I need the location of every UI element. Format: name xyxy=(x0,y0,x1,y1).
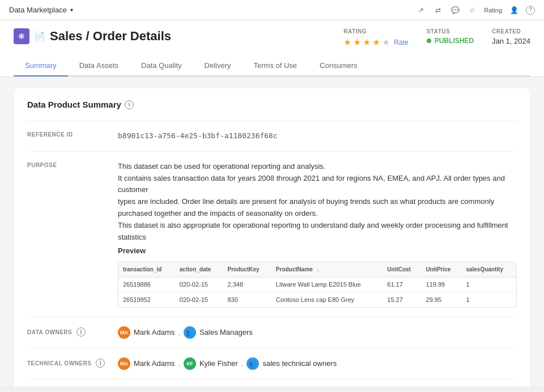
purpose-text2: It contains sales transaction data for y… xyxy=(118,173,517,197)
reference-id-label: REFERENCE ID xyxy=(27,130,118,138)
card-info-icon: i xyxy=(125,100,134,109)
cell-sales-quantity: 1 xyxy=(461,292,516,307)
cell-product-key: 2,348 xyxy=(223,278,271,293)
owner-name-mark-adams: Mark Adams xyxy=(134,327,175,339)
star-4: ★ xyxy=(372,37,380,48)
rating-label: Rating xyxy=(484,7,502,14)
data-owners-row: DATA OWNERS i MA Mark Adams , 👥 Sales Ma… xyxy=(27,317,517,348)
cell-unit-price: 119.99 xyxy=(422,278,462,293)
status-label: STATUS xyxy=(427,28,474,35)
tab-delivery[interactable]: Delivery xyxy=(193,56,243,76)
col-product-name: ProductName ↕ xyxy=(271,262,382,278)
reference-id-value: b8901c13-a756-4e25-b3bf-a1180236f68c xyxy=(118,130,517,142)
share-icon[interactable]: ↗ xyxy=(416,5,426,15)
col-unit-cost: UnitCost xyxy=(382,262,421,278)
tech-owner-kylie-fisher: Kylie Fisher xyxy=(199,358,238,370)
avatar-sales-managers: 👥 xyxy=(184,326,196,339)
avatar-kylie-fisher: KF xyxy=(184,357,196,370)
tab-consumers[interactable]: Consumers xyxy=(308,56,368,76)
avatar-mark-adams: MA xyxy=(118,326,130,339)
preview-table: transaction_id action_date ProductKey Pr… xyxy=(118,262,517,308)
cell-action-date: 020-02-15 xyxy=(175,278,223,293)
header-top: ❋ 📄 Sales / Order Details RATING ★ ★ ★ ★… xyxy=(14,28,530,48)
technical-owners-label: TECHNICAL OWNERS i xyxy=(27,357,118,368)
comment-icon[interactable]: 💬 xyxy=(450,5,460,15)
col-product-key: ProductKey xyxy=(223,262,271,278)
avatar-tech-mark-adams: MA xyxy=(118,357,130,370)
rating-block: RATING ★ ★ ★ ★ ★ Rate xyxy=(343,28,408,48)
title-icon: ❋ xyxy=(14,28,29,44)
app-name: Data Marketplace xyxy=(9,6,67,14)
tabs: Summary Data Assets Data Quality Deliver… xyxy=(14,56,530,76)
created-label: CREATED xyxy=(492,28,530,35)
status-block: STATUS PUBLISHED xyxy=(427,28,474,45)
purpose-text1: This dataset can be used for operational… xyxy=(118,161,517,173)
top-bar: Data Marketplace ▾ ↗ ⇄ 💬 ☆ Rating 👤 ? xyxy=(0,0,544,20)
technical-owners-info-icon: i xyxy=(96,359,105,368)
breadcrumb-icon: 📄 xyxy=(34,31,45,42)
cell-product-name: Contoso Lens cap E80 Grey xyxy=(271,292,382,307)
owner-name-sales-managers: Sales Managers xyxy=(199,327,253,339)
created-value: Jan 1, 2024 xyxy=(492,37,530,45)
cell-unit-price: 29.95 xyxy=(422,292,462,307)
cell-unit-cost: 61.17 xyxy=(382,278,421,293)
user-icon[interactable]: 👤 xyxy=(509,5,519,15)
cell-product-name: Litware Wall Lamp E2015 Blue xyxy=(271,278,382,293)
cell-unit-cost: 15.27 xyxy=(382,292,421,307)
rating-label: RATING xyxy=(343,28,408,35)
col-transaction-id: transaction_id xyxy=(118,262,175,278)
status-dot xyxy=(427,39,431,43)
tab-data-assets[interactable]: Data Assets xyxy=(68,56,130,76)
table-row: 26519952 020-02-15 830 Contoso Lens cap … xyxy=(118,292,516,307)
status-value: PUBLISHED xyxy=(435,37,474,45)
tab-summary[interactable]: Summary xyxy=(14,56,68,76)
tab-data-quality[interactable]: Data Quality xyxy=(130,56,193,76)
data-owners-label: DATA OWNERS i xyxy=(27,326,118,336)
preview-label: Preview xyxy=(118,245,517,257)
star-3: ★ xyxy=(363,37,371,48)
tech-owner-group: sales technical owners xyxy=(262,358,337,370)
share2-icon[interactable]: ⇄ xyxy=(433,5,443,15)
col-sales-quantity: salesQuantity xyxy=(461,262,516,278)
rating-stars: ★ ★ ★ ★ ★ Rate xyxy=(343,37,408,48)
title-icon-symbol: ❋ xyxy=(18,32,25,41)
header-meta: RATING ★ ★ ★ ★ ★ Rate STATUS PUBLISHED xyxy=(343,28,530,48)
summary-card: Data Product Summary i REFERENCE ID b890… xyxy=(14,88,530,386)
technical-owners-row: TECHNICAL OWNERS i MA Mark Adams , KF Ky… xyxy=(27,348,517,379)
title-row: ❋ 📄 Sales / Order Details xyxy=(14,28,171,44)
purpose-row: PURPOSE This dataset can be used for ope… xyxy=(27,151,517,317)
technical-owner-row: MA Mark Adams , KF Kylie Fisher , 👥 sale… xyxy=(118,357,517,370)
tab-terms-of-use[interactable]: Terms of Use xyxy=(243,56,309,76)
purpose-text3: types are included. Order line details a… xyxy=(118,196,517,220)
created-block: CREATED Jan 1, 2024 xyxy=(492,28,530,45)
star-icon[interactable]: ☆ xyxy=(467,5,477,15)
owner-row: MA Mark Adams , 👥 Sales Managers xyxy=(118,326,517,339)
rate-link[interactable]: Rate xyxy=(394,39,408,46)
category-row: CATEGORY 🗂️ 💰 Sales xyxy=(27,379,517,386)
col-unit-price: UnitPrice xyxy=(422,262,462,278)
chevron-icon[interactable]: ▾ xyxy=(70,7,73,13)
col-action-date: action_date xyxy=(175,262,223,278)
cell-sales-quantity: 1 xyxy=(461,278,516,293)
reference-id-row: REFERENCE ID b8901c13-a756-4e25-b3bf-a11… xyxy=(27,121,517,151)
tech-owner-mark-adams: Mark Adams xyxy=(134,358,175,370)
star-5: ★ xyxy=(382,37,390,48)
cell-action-date: 020-02-15 xyxy=(175,292,223,307)
data-owners-info-icon: i xyxy=(76,327,86,336)
card-title-text: Data Product Summary xyxy=(27,100,121,109)
cell-transaction-id: 26519952 xyxy=(118,292,175,307)
purpose-label: PURPOSE xyxy=(27,161,118,168)
star-1: ★ xyxy=(343,37,351,48)
help-icon[interactable]: ? xyxy=(526,6,535,15)
page-header: ❋ 📄 Sales / Order Details RATING ★ ★ ★ ★… xyxy=(0,20,544,77)
technical-owners-value: MA Mark Adams , KF Kylie Fisher , 👥 sale… xyxy=(118,357,517,370)
table-row: 26519886 020-02-15 2,348 Litware Wall La… xyxy=(118,278,516,293)
cell-transaction-id: 26519886 xyxy=(118,278,175,293)
top-bar-actions: ↗ ⇄ 💬 ☆ Rating 👤 ? xyxy=(416,5,535,15)
purpose-value: This dataset can be used for operational… xyxy=(118,161,517,308)
card-title: Data Product Summary i xyxy=(27,100,517,109)
page-title: Sales / Order Details xyxy=(50,29,171,44)
data-owners-value: MA Mark Adams , 👥 Sales Managers xyxy=(118,326,517,339)
avatar-tech-group: 👥 xyxy=(246,357,259,370)
main-content: Data Product Summary i REFERENCE ID b890… xyxy=(0,77,544,386)
